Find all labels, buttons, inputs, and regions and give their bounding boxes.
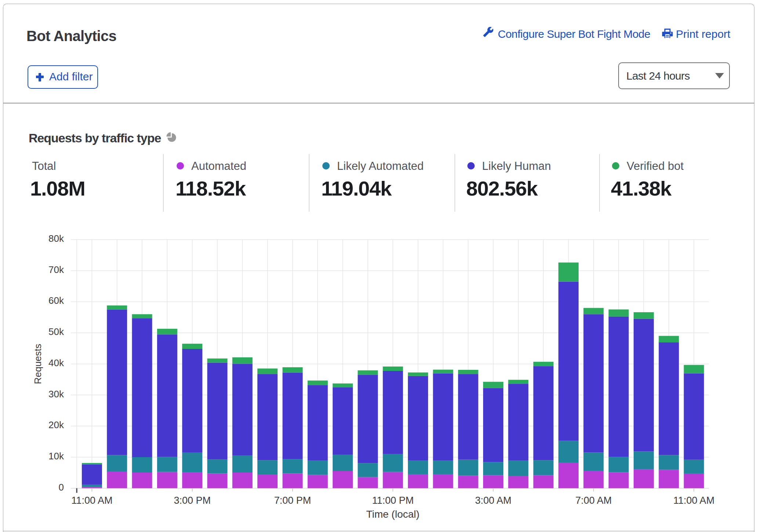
svg-text:11:00 AM: 11:00 AM: [673, 495, 714, 506]
svg-text:7:00 AM: 7:00 AM: [575, 495, 612, 506]
svg-text:30k: 30k: [48, 389, 64, 400]
svg-text:11:00 PM: 11:00 PM: [372, 495, 414, 506]
svg-text:70k: 70k: [48, 264, 64, 275]
svg-text:3:00 AM: 3:00 AM: [475, 495, 511, 506]
svg-text:80k: 80k: [48, 233, 64, 244]
svg-text:60k: 60k: [48, 295, 64, 306]
svg-text:3:00 PM: 3:00 PM: [174, 495, 211, 506]
svg-text:40k: 40k: [48, 357, 64, 368]
svg-text:50k: 50k: [48, 326, 64, 337]
svg-text:7:00 PM: 7:00 PM: [274, 495, 311, 506]
svg-text:20k: 20k: [48, 419, 64, 430]
svg-text:Requests: Requests: [32, 344, 43, 384]
svg-text:0: 0: [59, 482, 64, 493]
svg-text:Time (local): Time (local): [366, 509, 419, 520]
svg-text:10k: 10k: [48, 451, 64, 462]
svg-text:11:00 AM: 11:00 AM: [71, 495, 112, 506]
